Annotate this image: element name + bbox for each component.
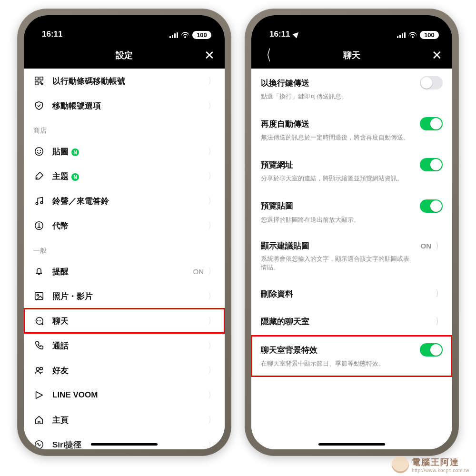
- mascot-icon: [392, 456, 409, 473]
- shield-icon: [33, 100, 45, 111]
- chat-setting-row: 聊天室背景特效在聊天室背景中顯示節日、季節等動態特效。: [251, 336, 452, 377]
- chat-icon: [33, 315, 45, 327]
- back-button[interactable]: 〈: [253, 42, 280, 69]
- chevron-right-icon: 〉: [208, 439, 214, 449]
- settings-row[interactable]: 以行動條碼移動帳號〉: [24, 69, 225, 93]
- settings-row[interactable]: 主頁〉: [24, 407, 225, 432]
- chat-setting-row: 預覽貼圖您選擇的貼圖將在送出前放大顯示。: [251, 192, 452, 233]
- siri-icon: [33, 439, 45, 449]
- nav-title: 設定: [116, 50, 133, 61]
- setting-title: 再度自動傳送: [261, 119, 309, 129]
- setting-title: 顯示建議貼圖: [261, 240, 309, 251]
- toggle-switch[interactable]: [420, 199, 443, 213]
- qr-icon: [33, 75, 45, 87]
- watermark-url: http://www.kocpc.com.tw: [412, 468, 469, 473]
- settings-row[interactable]: 聊天〉: [24, 308, 225, 333]
- settings-row[interactable]: 主題N〉: [24, 164, 225, 188]
- chevron-right-icon: 〉: [208, 340, 214, 351]
- setting-title: 預覽網址: [261, 159, 293, 170]
- row-label: 鈴聲／來電答鈴: [52, 196, 207, 207]
- row-label: 提醒: [52, 266, 193, 277]
- home-indicator[interactable]: [91, 443, 158, 446]
- toggle-switch[interactable]: [420, 158, 443, 171]
- chat-setting-row[interactable]: 隱藏的聊天室〉: [251, 308, 452, 336]
- chevron-right-icon: 〉: [436, 316, 441, 327]
- settings-row[interactable]: 鈴聲／來電答鈴〉: [24, 188, 225, 213]
- settings-row[interactable]: 代幣〉: [24, 213, 225, 238]
- wifi-icon: [181, 32, 189, 39]
- setting-subtitle: 在聊天室背景中顯示節日、季節等動態特效。: [261, 359, 443, 368]
- chevron-right-icon: 〉: [208, 290, 214, 302]
- chat-setting-row[interactable]: 刪除資料〉: [251, 280, 452, 308]
- chevron-right-icon: 〉: [208, 146, 214, 157]
- section-label: 一般: [24, 238, 225, 259]
- settings-row[interactable]: 移動帳號選項〉: [24, 93, 225, 118]
- chevron-left-icon: 〈: [262, 46, 271, 65]
- nav-title: 聊天: [343, 50, 360, 61]
- screen-right: 16:11 100 〈 聊天 ✕ 以換行鍵傳送點選「換行」鍵即可傳送訊息。再度自…: [251, 15, 452, 449]
- chevron-right-icon: 〉: [436, 240, 441, 252]
- chevron-right-icon: 〉: [208, 266, 214, 277]
- toggle-switch[interactable]: [420, 343, 443, 357]
- chevron-right-icon: 〉: [208, 389, 214, 401]
- close-button[interactable]: ✕: [196, 42, 223, 69]
- wifi-icon: [408, 32, 417, 39]
- voom-icon: [33, 389, 45, 401]
- row-label: 以行動條碼移動帳號: [52, 76, 207, 87]
- row-trailing: 〉: [207, 365, 215, 376]
- settings-row[interactable]: 好友〉: [24, 358, 225, 383]
- row-trailing: 〉: [207, 75, 215, 87]
- settings-row[interactable]: 提醒ON〉: [24, 259, 225, 284]
- row-label: LINE VOOM: [52, 390, 207, 400]
- chat-settings-list[interactable]: 以換行鍵傳送點選「換行」鍵即可傳送訊息。再度自動傳送無法傳送的訊息於一定時間過後…: [251, 69, 452, 449]
- friends-icon: [33, 365, 45, 376]
- chat-setting-row[interactable]: 顯示建議貼圖ON〉系統將會依您輸入的文字，顯示適合該文字的貼圖或表情貼。: [251, 233, 452, 280]
- row-trailing: 〉: [207, 315, 215, 327]
- chevron-right-icon: 〉: [208, 414, 214, 426]
- row-trailing: 〉: [207, 414, 215, 426]
- settings-row[interactable]: 照片・影片〉: [24, 284, 225, 308]
- image-icon: [33, 290, 45, 302]
- brush-icon: [33, 170, 45, 182]
- close-button[interactable]: ✕: [424, 42, 450, 69]
- close-icon: ✕: [432, 48, 442, 63]
- chevron-right-icon: 〉: [208, 170, 214, 182]
- row-label: 主題N: [52, 171, 207, 182]
- toggle-switch[interactable]: [420, 117, 443, 130]
- chevron-right-icon: 〉: [208, 75, 214, 87]
- chat-setting-row: 預覽網址分享於聊天室的連結，將顯示縮圖並預覽網站資訊。: [251, 150, 452, 191]
- row-label: 好友: [52, 365, 207, 376]
- setting-title: 以換行鍵傳送: [261, 78, 309, 89]
- new-badge: N: [71, 149, 79, 156]
- settings-row[interactable]: 通話〉: [24, 333, 225, 358]
- row-label: 照片・影片: [52, 291, 207, 302]
- setting-title: 刪除資料: [261, 288, 293, 299]
- row-label: 聊天: [52, 316, 207, 327]
- location-icon: [293, 30, 301, 39]
- home-indicator[interactable]: [318, 443, 385, 446]
- home-icon: [33, 414, 45, 426]
- setting-value: ON: [421, 242, 432, 250]
- chevron-right-icon: 〉: [436, 288, 441, 299]
- setting-subtitle: 無法傳送的訊息於一定時間過後，將會再度自動傳送。: [261, 133, 443, 142]
- settings-row[interactable]: Siri捷徑〉: [24, 432, 225, 449]
- row-trailing: 〉: [207, 439, 215, 449]
- settings-row[interactable]: 貼圖N〉: [24, 139, 225, 164]
- watermark: 電腦王阿達 http://www.kocpc.com.tw: [392, 456, 469, 473]
- toggle-switch[interactable]: [420, 76, 443, 89]
- signal-icon: [397, 32, 406, 38]
- smiley-icon: [33, 146, 45, 157]
- status-time: 16:11: [269, 30, 290, 39]
- settings-list[interactable]: 以行動條碼移動帳號〉移動帳號選項〉商店貼圖N〉主題N〉鈴聲／來電答鈴〉代幣〉一般…: [24, 69, 225, 449]
- row-label: 移動帳號選項: [52, 100, 207, 111]
- coin-icon: [33, 220, 45, 231]
- row-trailing: 〉: [207, 100, 215, 111]
- chevron-right-icon: 〉: [208, 100, 214, 111]
- settings-row[interactable]: LINE VOOM〉: [24, 383, 225, 407]
- row-trailing: 〉: [207, 170, 215, 182]
- status-time: 16:11: [42, 30, 62, 39]
- setting-subtitle: 分享於聊天室的連結，將顯示縮圖並預覽網站資訊。: [261, 174, 443, 183]
- new-badge: N: [71, 173, 79, 181]
- row-label: 通話: [52, 340, 207, 351]
- battery-indicator: 100: [420, 31, 439, 39]
